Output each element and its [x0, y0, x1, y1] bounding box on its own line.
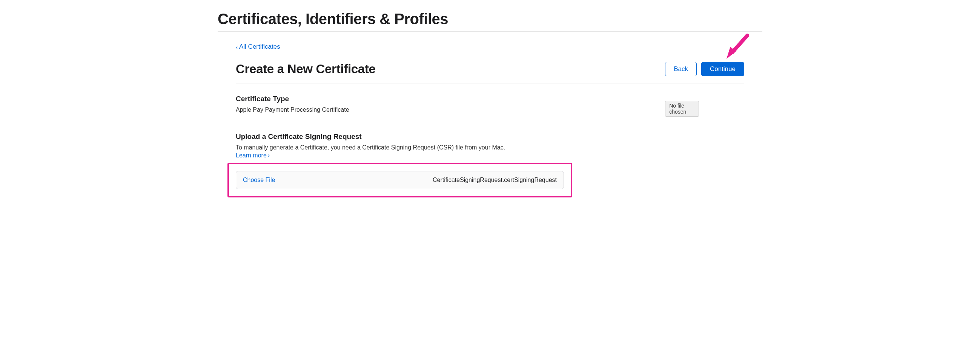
upload-csr-description: To manually generate a Certificate, you …	[236, 143, 744, 152]
selected-filename: CertificateSigningRequest.certSigningReq…	[275, 177, 557, 184]
svg-line-1	[732, 35, 747, 53]
upload-csr-section: Upload a Certificate Signing Request To …	[236, 133, 744, 159]
learn-more-label: Learn more	[236, 152, 267, 159]
svg-marker-2	[727, 47, 736, 59]
breadcrumb-label: All Certificates	[239, 43, 280, 51]
back-button[interactable]: Back	[665, 62, 697, 76]
upload-csr-title: Upload a Certificate Signing Request	[236, 133, 744, 141]
file-status-tooltip: No file chosen	[665, 101, 699, 117]
breadcrumb-all-certificates[interactable]: ‹ All Certificates	[236, 43, 280, 51]
continue-button[interactable]: Continue	[701, 62, 744, 76]
file-picker-wrapper: Choose File CertificateSigningRequest.ce…	[236, 171, 564, 189]
file-picker[interactable]: Choose File CertificateSigningRequest.ce…	[236, 171, 564, 189]
chevron-left-icon: ‹	[236, 44, 238, 50]
chevron-right-icon: ›	[268, 152, 270, 159]
sub-title: Create a New Certificate	[236, 62, 376, 76]
learn-more-link[interactable]: Learn more ›	[236, 152, 270, 159]
arrow-annotation-icon	[721, 32, 751, 62]
choose-file-button[interactable]: Choose File	[243, 177, 275, 184]
page-title: Certificates, Identifiers & Profiles	[218, 11, 762, 32]
button-row: Back Continue No file chosen	[665, 62, 744, 76]
